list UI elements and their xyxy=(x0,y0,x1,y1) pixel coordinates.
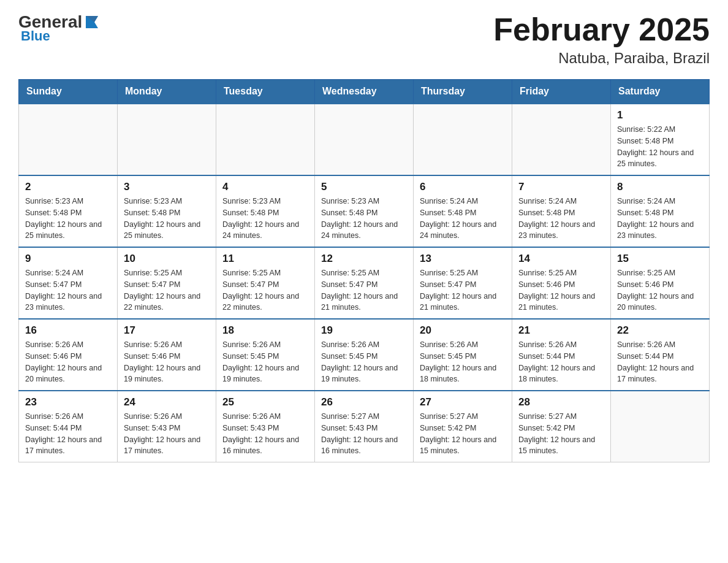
day-number: 27 xyxy=(420,396,506,408)
week-row-5: 23Sunrise: 5:26 AMSunset: 5:44 PMDayligh… xyxy=(19,391,710,462)
day-info: Sunrise: 5:26 AMSunset: 5:44 PMDaylight:… xyxy=(518,339,604,385)
day-number: 15 xyxy=(617,253,703,265)
calendar-cell: 15Sunrise: 5:25 AMSunset: 5:46 PMDayligh… xyxy=(611,247,710,319)
calendar-cell: 24Sunrise: 5:26 AMSunset: 5:43 PMDayligh… xyxy=(118,391,216,462)
calendar-cell: 3Sunrise: 5:23 AMSunset: 5:48 PMDaylight… xyxy=(118,175,216,247)
calendar-cell xyxy=(216,104,315,175)
week-row-1: 1Sunrise: 5:22 AMSunset: 5:48 PMDaylight… xyxy=(19,104,710,175)
day-info: Sunrise: 5:26 AMSunset: 5:46 PMDaylight:… xyxy=(25,339,111,385)
calendar-cell: 1Sunrise: 5:22 AMSunset: 5:48 PMDaylight… xyxy=(611,104,710,175)
calendar-header-row: SundayMondayTuesdayWednesdayThursdayFrid… xyxy=(19,80,710,104)
day-number: 2 xyxy=(25,181,111,193)
day-number: 7 xyxy=(518,181,604,193)
day-number: 22 xyxy=(617,324,703,337)
calendar-cell: 16Sunrise: 5:26 AMSunset: 5:46 PMDayligh… xyxy=(19,319,118,391)
calendar-cell: 25Sunrise: 5:26 AMSunset: 5:43 PMDayligh… xyxy=(216,391,315,462)
week-row-4: 16Sunrise: 5:26 AMSunset: 5:46 PMDayligh… xyxy=(19,319,710,391)
calendar-cell xyxy=(414,104,512,175)
day-number: 28 xyxy=(518,396,604,408)
calendar-cell: 4Sunrise: 5:23 AMSunset: 5:48 PMDaylight… xyxy=(216,175,315,247)
day-info: Sunrise: 5:25 AMSunset: 5:46 PMDaylight:… xyxy=(617,267,703,313)
day-info: Sunrise: 5:26 AMSunset: 5:46 PMDaylight:… xyxy=(124,339,210,385)
calendar-title: February 2025 xyxy=(493,12,710,47)
day-number: 9 xyxy=(25,253,111,265)
day-number: 14 xyxy=(518,253,604,265)
calendar-cell xyxy=(118,104,216,175)
header-saturday: Saturday xyxy=(611,80,710,104)
day-number: 19 xyxy=(321,324,407,337)
day-info: Sunrise: 5:27 AMSunset: 5:42 PMDaylight:… xyxy=(518,411,604,457)
day-number: 24 xyxy=(124,396,210,408)
day-info: Sunrise: 5:26 AMSunset: 5:45 PMDaylight:… xyxy=(222,339,308,385)
header-friday: Friday xyxy=(512,80,611,104)
day-number: 16 xyxy=(25,324,111,337)
header-sunday: Sunday xyxy=(19,80,118,104)
logo: General Blue xyxy=(18,12,100,44)
day-info: Sunrise: 5:22 AMSunset: 5:48 PMDaylight:… xyxy=(617,124,703,170)
week-row-3: 9Sunrise: 5:24 AMSunset: 5:47 PMDaylight… xyxy=(19,247,710,319)
day-info: Sunrise: 5:23 AMSunset: 5:48 PMDaylight:… xyxy=(222,196,308,242)
day-info: Sunrise: 5:26 AMSunset: 5:43 PMDaylight:… xyxy=(124,411,210,457)
day-info: Sunrise: 5:24 AMSunset: 5:48 PMDaylight:… xyxy=(420,196,506,242)
calendar-cell xyxy=(315,104,414,175)
day-info: Sunrise: 5:26 AMSunset: 5:45 PMDaylight:… xyxy=(321,339,407,385)
calendar-cell: 18Sunrise: 5:26 AMSunset: 5:45 PMDayligh… xyxy=(216,319,315,391)
header-wednesday: Wednesday xyxy=(315,80,414,104)
calendar-cell xyxy=(611,391,710,462)
logo-flag-icon xyxy=(83,13,100,31)
day-number: 12 xyxy=(321,253,407,265)
calendar-cell: 21Sunrise: 5:26 AMSunset: 5:44 PMDayligh… xyxy=(512,319,611,391)
calendar-cell: 7Sunrise: 5:24 AMSunset: 5:48 PMDaylight… xyxy=(512,175,611,247)
day-info: Sunrise: 5:27 AMSunset: 5:43 PMDaylight:… xyxy=(321,411,407,457)
header-thursday: Thursday xyxy=(414,80,512,104)
calendar-cell: 28Sunrise: 5:27 AMSunset: 5:42 PMDayligh… xyxy=(512,391,611,462)
day-number: 4 xyxy=(222,181,308,193)
header-monday: Monday xyxy=(118,80,216,104)
calendar-cell: 8Sunrise: 5:24 AMSunset: 5:48 PMDaylight… xyxy=(611,175,710,247)
day-info: Sunrise: 5:23 AMSunset: 5:48 PMDaylight:… xyxy=(25,196,111,242)
day-info: Sunrise: 5:25 AMSunset: 5:47 PMDaylight:… xyxy=(420,267,506,313)
calendar-cell: 26Sunrise: 5:27 AMSunset: 5:43 PMDayligh… xyxy=(315,391,414,462)
day-info: Sunrise: 5:24 AMSunset: 5:47 PMDaylight:… xyxy=(25,267,111,313)
calendar-cell: 17Sunrise: 5:26 AMSunset: 5:46 PMDayligh… xyxy=(118,319,216,391)
calendar-cell: 2Sunrise: 5:23 AMSunset: 5:48 PMDaylight… xyxy=(19,175,118,247)
day-number: 23 xyxy=(25,396,111,408)
day-number: 5 xyxy=(321,181,407,193)
day-info: Sunrise: 5:26 AMSunset: 5:44 PMDaylight:… xyxy=(25,411,111,457)
calendar-cell: 20Sunrise: 5:26 AMSunset: 5:45 PMDayligh… xyxy=(414,319,512,391)
logo-blue-text: Blue xyxy=(21,28,50,44)
calendar-cell: 13Sunrise: 5:25 AMSunset: 5:47 PMDayligh… xyxy=(414,247,512,319)
day-number: 21 xyxy=(518,324,604,337)
calendar-subtitle: Natuba, Paraiba, Brazil xyxy=(493,50,710,67)
page-header: General Blue February 2025 Natuba, Parai… xyxy=(18,12,710,67)
calendar-cell xyxy=(19,104,118,175)
day-info: Sunrise: 5:25 AMSunset: 5:47 PMDaylight:… xyxy=(321,267,407,313)
day-number: 11 xyxy=(222,253,308,265)
day-number: 6 xyxy=(420,181,506,193)
calendar-cell: 6Sunrise: 5:24 AMSunset: 5:48 PMDaylight… xyxy=(414,175,512,247)
day-number: 8 xyxy=(617,181,703,193)
day-info: Sunrise: 5:26 AMSunset: 5:44 PMDaylight:… xyxy=(617,339,703,385)
day-number: 13 xyxy=(420,253,506,265)
calendar-cell xyxy=(512,104,611,175)
day-number: 26 xyxy=(321,396,407,408)
day-info: Sunrise: 5:26 AMSunset: 5:43 PMDaylight:… xyxy=(222,411,308,457)
calendar-cell: 14Sunrise: 5:25 AMSunset: 5:46 PMDayligh… xyxy=(512,247,611,319)
day-info: Sunrise: 5:24 AMSunset: 5:48 PMDaylight:… xyxy=(617,196,703,242)
day-number: 25 xyxy=(222,396,308,408)
calendar-cell: 22Sunrise: 5:26 AMSunset: 5:44 PMDayligh… xyxy=(611,319,710,391)
day-info: Sunrise: 5:23 AMSunset: 5:48 PMDaylight:… xyxy=(124,196,210,242)
calendar-cell: 12Sunrise: 5:25 AMSunset: 5:47 PMDayligh… xyxy=(315,247,414,319)
day-info: Sunrise: 5:25 AMSunset: 5:47 PMDaylight:… xyxy=(124,267,210,313)
calendar-cell: 23Sunrise: 5:26 AMSunset: 5:44 PMDayligh… xyxy=(19,391,118,462)
day-number: 1 xyxy=(617,109,703,121)
calendar-cell: 9Sunrise: 5:24 AMSunset: 5:47 PMDaylight… xyxy=(19,247,118,319)
week-row-2: 2Sunrise: 5:23 AMSunset: 5:48 PMDaylight… xyxy=(19,175,710,247)
calendar-table: SundayMondayTuesdayWednesdayThursdayFrid… xyxy=(18,79,710,462)
day-info: Sunrise: 5:26 AMSunset: 5:45 PMDaylight:… xyxy=(420,339,506,385)
day-info: Sunrise: 5:24 AMSunset: 5:48 PMDaylight:… xyxy=(518,196,604,242)
day-number: 17 xyxy=(124,324,210,337)
calendar-cell: 10Sunrise: 5:25 AMSunset: 5:47 PMDayligh… xyxy=(118,247,216,319)
calendar-cell: 11Sunrise: 5:25 AMSunset: 5:47 PMDayligh… xyxy=(216,247,315,319)
day-number: 20 xyxy=(420,324,506,337)
